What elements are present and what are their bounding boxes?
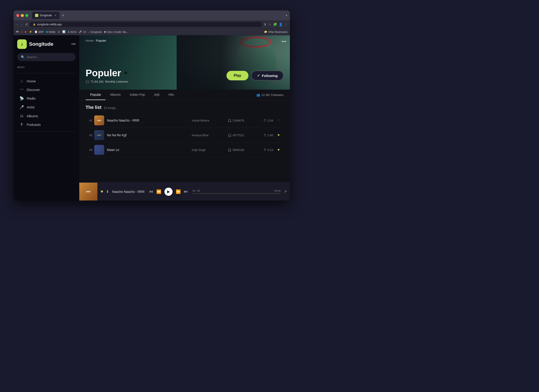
url-text: songitude.netlify.app: [37, 23, 62, 26]
minimize-button[interactable]: [21, 14, 24, 17]
tab-indian-pop[interactable]: Indian Pop: [125, 90, 149, 100]
player-download-button[interactable]: ⬇: [106, 189, 109, 194]
sidebar-label-podcasts: Podcasts: [27, 123, 41, 127]
song-num-2: #2: [87, 134, 94, 137]
player-transport-controls: ⏮ ⏪ ▶ ⏩ ⏭: [149, 188, 188, 196]
tab-dropdown-icon[interactable]: ▾: [286, 14, 287, 17]
song-plays-1: 🎧 2348678: [228, 119, 255, 122]
bookmark-netlify[interactable]: ◆ Netlify: [46, 30, 56, 33]
bookmark-analytics-icon: 📊: [62, 30, 65, 33]
song-artist-3: Arijit Singh: [192, 148, 228, 152]
new-tab-button[interactable]: +: [60, 13, 66, 18]
plays-count-2: 4577521: [233, 134, 244, 137]
sidebar-item-podcasts[interactable]: 🎙 Podcasts: [17, 120, 76, 129]
player-track-title: Naacho Naacho - RRR: [112, 190, 144, 194]
sidebar-item-home[interactable]: ⌂ Home: [17, 77, 76, 85]
title-bar: ♪ Songitude ✕ + ▾: [14, 10, 290, 20]
back-button[interactable]: ‹: [16, 22, 19, 27]
bookmark-github[interactable]: ◎: [58, 30, 60, 33]
tab-albums[interactable]: Albums: [106, 90, 125, 100]
song-info-2: Na Na Re Kgf: [107, 133, 192, 137]
search-input[interactable]: [26, 55, 72, 59]
bookmark-erp-icon: 📋: [34, 30, 38, 33]
song-list: The list 10 songs #1 RRR Naacho Naacho -…: [79, 100, 290, 162]
bookmark-gmail[interactable]: M: [21, 31, 23, 33]
song-row-1[interactable]: #1 RRR Naacho Naacho - RRR Vishal Mishra…: [86, 113, 284, 128]
rewind-button[interactable]: ⏪: [156, 189, 161, 194]
bookmark-maps[interactable]: 🗺: [16, 31, 18, 33]
bookmark-celo[interactable]: ◆ Celo x Huobi: Sta...: [104, 30, 128, 33]
tab-popular[interactable]: Popular: [86, 90, 106, 100]
bookmark-erp[interactable]: 📋 ERP: [34, 30, 44, 33]
other-bookmarks-folder-icon: 📁: [264, 30, 267, 33]
player-share-button[interactable]: ↗: [281, 189, 290, 194]
active-tab[interactable]: ♪ Songitude ✕: [32, 12, 60, 19]
listeners-icon: 🎧: [86, 80, 89, 83]
refresh-button[interactable]: ↺: [25, 23, 28, 26]
bookmark-songitude-icon: ♪: [88, 31, 90, 33]
hero-options-button[interactable]: •••: [282, 39, 286, 44]
sidebar-item-radio[interactable]: 📡 Radio: [17, 94, 76, 103]
menu-icon[interactable]: ⋮: [284, 23, 288, 26]
bookmark-analytics[interactable]: 📊: [62, 30, 65, 33]
like-button-1[interactable]: ♡: [275, 118, 282, 123]
search-box[interactable]: 🔍: [17, 53, 76, 61]
bookmark-c2[interactable]: 🚀 C2: [79, 30, 86, 33]
discover-icon: 〰: [19, 88, 24, 92]
duration-val-2: 2:40: [267, 134, 273, 137]
plays-icon-3: 🎧: [228, 148, 231, 152]
player-like-button[interactable]: ♥: [101, 189, 103, 194]
tab-hits[interactable]: Hits: [164, 90, 178, 100]
player-thumb-img: RRR: [79, 183, 97, 201]
share-nav-icon[interactable]: ⬆: [264, 23, 267, 26]
plays-count-3: 5669159: [233, 148, 244, 152]
player-progress-bar[interactable]: [192, 193, 281, 194]
address-bar[interactable]: 🔒 songitude.netlify.app: [30, 22, 262, 27]
bookmark-netlify-label: Netlify: [49, 31, 56, 33]
home-icon: ⌂: [19, 79, 24, 83]
tab-bar: ♪ Songitude ✕ + ▾: [32, 12, 287, 19]
like-button-3[interactable]: ♥: [275, 148, 282, 152]
bookmark-youtube[interactable]: ▶: [25, 30, 27, 33]
bookmark-a2oj[interactable]: A A2OJ: [68, 31, 77, 33]
sidebar-label-radio: Radio: [27, 96, 36, 100]
bookmark-c2-label: C2: [83, 31, 86, 33]
maximize-button[interactable]: [25, 14, 28, 17]
listeners-count: 71,84,181: [91, 80, 104, 83]
other-bookmarks[interactable]: 📁 Other Bookmarks: [264, 30, 288, 33]
breadcrumb-current: Populer: [96, 39, 106, 42]
bookmark-maps-icon: 🗺: [16, 31, 18, 33]
sidebar-item-artist[interactable]: 🎤 Artist: [17, 103, 76, 111]
bookmark-songitude[interactable]: ♪ Songitude: [88, 31, 102, 33]
song-thumb-img-1: RRR: [94, 115, 104, 125]
lock-icon: 🔒: [33, 23, 36, 26]
sidebar-item-albums[interactable]: 🗂 Albums: [17, 112, 76, 120]
plays-count-1: 2348678: [233, 119, 244, 122]
following-button[interactable]: ✓ Following: [251, 71, 284, 81]
song-row-3[interactable]: #3 ♪ Maan Le Arijit Singh 🎧 5669159 ⏱ 4:: [86, 143, 284, 157]
forward-button[interactable]: ›: [21, 22, 24, 27]
tab-arjit[interactable]: Arjit: [149, 90, 164, 100]
tab-close-button[interactable]: ✕: [54, 14, 56, 17]
sidebar-item-discover[interactable]: 〰 Discover: [17, 86, 76, 94]
skip-forward-button[interactable]: ⏭: [184, 189, 188, 194]
play-button[interactable]: Play: [226, 71, 248, 80]
sidebar-label-home: Home: [27, 79, 36, 83]
app-title: Songitude: [29, 41, 69, 47]
play-pause-button[interactable]: ▶: [164, 188, 173, 196]
breadcrumb-home[interactable]: Home: [86, 39, 94, 42]
bookmark-flash[interactable]: ⚡: [29, 30, 32, 33]
like-button-2[interactable]: ♥: [275, 133, 282, 137]
skip-back-button[interactable]: ⏮: [149, 189, 153, 194]
song-plays-3: 🎧 5669159: [228, 148, 255, 152]
profile-icon[interactable]: 👤: [279, 23, 283, 26]
extensions-icon[interactable]: 🧩: [273, 23, 277, 26]
duration-icon-3: ⏱: [263, 148, 266, 152]
bookmark-icon[interactable]: ☆: [268, 23, 271, 26]
bookmark-flash-icon: ⚡: [29, 30, 32, 33]
song-row-2[interactable]: #2 KGF Na Na Re Kgf Ananya Bhat 🎧 457752…: [86, 128, 284, 143]
app-menu-dots[interactable]: •••: [71, 42, 76, 47]
song-title-2: Na Na Re Kgf: [107, 133, 192, 137]
fast-forward-button[interactable]: ⏩: [176, 189, 181, 194]
close-button[interactable]: [16, 14, 19, 17]
